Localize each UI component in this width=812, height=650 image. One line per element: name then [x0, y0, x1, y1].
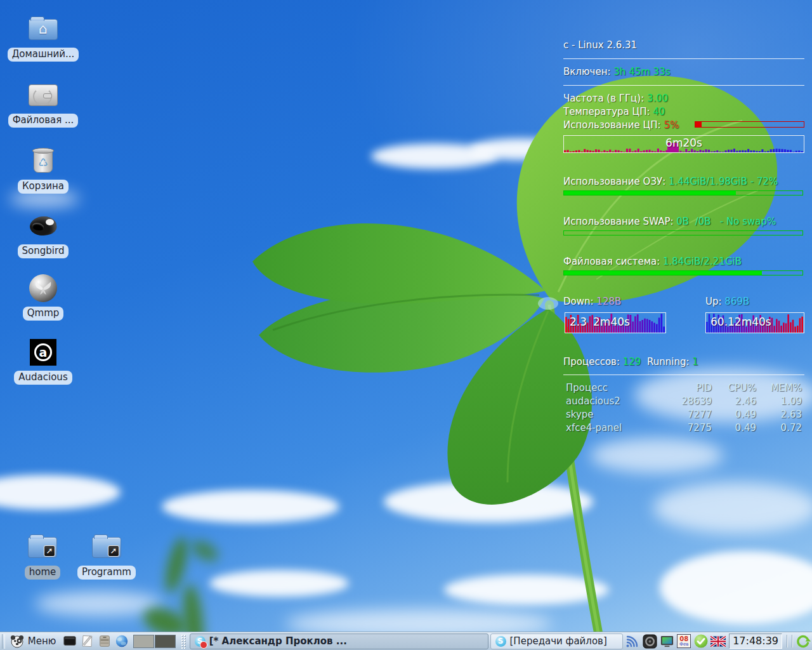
- panel-separator: [792, 635, 792, 647]
- workspace-2[interactable]: [155, 635, 176, 648]
- system-tray: 08 Фев 17:48:39: [625, 633, 811, 649]
- window-title: [* Александр Проклов ...: [209, 635, 347, 647]
- taskbar: Меню: [0, 632, 812, 650]
- window-button-file-transfers[interactable]: S [Передачи файлов]: [490, 633, 624, 649]
- cpu-freq-line: Частота (в ГГц): 3.00: [563, 93, 668, 104]
- download-history-graph: 2.32m40s: [565, 312, 666, 333]
- web-browser-launcher[interactable]: [114, 633, 129, 649]
- desktop-icon-programm-link[interactable]: ➚ Programm: [69, 533, 145, 580]
- folder-link-icon: ➚: [26, 533, 59, 561]
- conky-system-monitor: c - Linux 2.6.31 Включен: 3h 45m 33s Час…: [563, 38, 804, 444]
- cpu-freq-value: 3.00: [647, 93, 668, 104]
- swap-bar: [563, 230, 803, 235]
- desktop-icon-audacious[interactable]: a Audacious: [5, 338, 81, 385]
- media-player-tray-icon[interactable]: [642, 633, 657, 649]
- desktop-icon-label: Audacious: [14, 371, 72, 385]
- swap-line: Использование SWAP: 0B /0B - No swap%: [563, 216, 776, 227]
- processes-line: Процессов: 129 Running: 1: [563, 356, 698, 368]
- package-manager-launcher[interactable]: [96, 633, 112, 649]
- process-name: skype: [566, 408, 660, 421]
- panel-handle[interactable]: [2, 634, 5, 649]
- up-value: 869B: [724, 296, 749, 307]
- uptime-line: Включен: 3h 45m 33s: [563, 66, 671, 77]
- desktop-icon-qmmp[interactable]: Qmmp: [5, 274, 81, 321]
- panel-separator: [181, 634, 186, 649]
- desktop-icon-label: Programm: [77, 566, 136, 580]
- desktop-icon-label: Qmmp: [23, 307, 64, 321]
- filesystem-value: 1.84GiB/2.21GiB: [663, 256, 742, 267]
- download-graph-scale: 2.32m40s: [570, 315, 630, 328]
- upload-graph-scale: 60.12m40s: [710, 315, 771, 328]
- window-button-skype-chat[interactable]: S [* Александр Проклов ...: [190, 633, 488, 649]
- desktop-icon-filesystem[interactable]: Файловая ...: [5, 81, 81, 128]
- uptime-value: 3h 45m 33s: [613, 66, 670, 77]
- terminal-launcher[interactable]: [62, 633, 77, 649]
- cpu-graph-time: 6m20s: [564, 136, 804, 149]
- desktop-icon-label: Файловая ...: [8, 114, 79, 128]
- logout-session-button[interactable]: [796, 633, 811, 649]
- process-table: Процесс PID CPU% MEM% audacious2 28639 2…: [566, 381, 804, 435]
- cpu-history-graph: 6m20s: [563, 135, 804, 153]
- folder-link-icon: ➚: [90, 533, 123, 561]
- process-mem: 1.09: [756, 395, 802, 408]
- desktop-icon-label: home: [25, 566, 61, 580]
- panel-separator: [787, 635, 787, 647]
- process-name: audacious2: [566, 395, 660, 408]
- keyboard-layout-flag-icon[interactable]: [710, 633, 726, 649]
- calendar-day: 08: [679, 636, 688, 642]
- songbird-icon: [27, 212, 60, 240]
- qmmp-icon: [27, 274, 60, 302]
- skype-busy-icon: S: [195, 636, 206, 647]
- process-table-header: PID: [660, 381, 712, 395]
- divider: [563, 375, 804, 375]
- window-title: [Передачи файлов]: [510, 635, 607, 647]
- down-label: Down: 128B: [563, 296, 621, 307]
- desktop-icon-label: Songbird: [18, 244, 69, 258]
- network-wifi-icon[interactable]: [625, 633, 640, 649]
- calendar-tray-icon[interactable]: 08 Фев: [676, 633, 691, 649]
- process-mem: 2.63: [756, 408, 802, 421]
- home-folder-icon: ⌂: [27, 15, 60, 43]
- process-pid: 28639: [660, 395, 712, 408]
- processes-value: 129: [623, 356, 641, 368]
- shortcut-arrow-icon: ➚: [108, 545, 119, 557]
- globe-icon: [115, 634, 129, 648]
- process-pid: 7277: [660, 408, 712, 421]
- cpu-usage-bar: [695, 121, 804, 128]
- divider: [563, 85, 804, 86]
- process-table-header: CPU%: [712, 381, 756, 395]
- cpu-usage-value: 5%: [664, 119, 679, 131]
- update-check-tray-icon[interactable]: [693, 633, 709, 649]
- up-label: Up: 869B: [705, 296, 749, 307]
- process-cpu: 0.49: [712, 421, 756, 435]
- puppy-logo-icon: [10, 633, 25, 649]
- trash-icon: ♺: [27, 147, 60, 175]
- desktop-icon-label: Корзина: [18, 180, 69, 194]
- running-value: 1: [692, 356, 698, 368]
- workspace-pager: [133, 635, 176, 648]
- desktop-icon-songbird[interactable]: Songbird: [5, 212, 81, 258]
- desktop-icon-label: Домашний...: [8, 48, 79, 62]
- process-cpu: 2.46: [712, 395, 756, 408]
- shortcut-arrow-icon: ➚: [44, 545, 55, 557]
- text-editor-launcher[interactable]: [79, 633, 95, 649]
- calendar-month: Фев: [679, 642, 688, 647]
- down-value: 128B: [596, 296, 621, 307]
- display-monitor-tray-icon[interactable]: [659, 633, 674, 649]
- process-name: xfce4-panel: [566, 421, 660, 435]
- audacious-icon: a: [27, 338, 60, 366]
- desktop-icon-trash[interactable]: ♺ Корзина: [5, 147, 81, 194]
- process-pid: 7275: [660, 421, 712, 435]
- package-box-icon: [98, 634, 112, 648]
- ram-line: Использование ОЗУ: 1.44GiB/1.98GiB - 72%: [563, 176, 778, 187]
- desktop-icon-home-dir[interactable]: ⌂ Домашний...: [5, 15, 81, 62]
- upload-history-graph: 60.12m40s: [705, 312, 804, 333]
- clock[interactable]: 17:48:39: [729, 633, 782, 649]
- process-mem: 0.72: [756, 421, 802, 435]
- cpu-temp-value: 40: [653, 106, 665, 117]
- menu-button[interactable]: Меню: [8, 633, 60, 650]
- workspace-1[interactable]: [133, 635, 154, 648]
- conky-title: c - Linux 2.6.31: [563, 39, 637, 51]
- menu-label: Меню: [28, 635, 56, 647]
- cpu-temp-line: Температура ЦП: 40: [563, 106, 665, 117]
